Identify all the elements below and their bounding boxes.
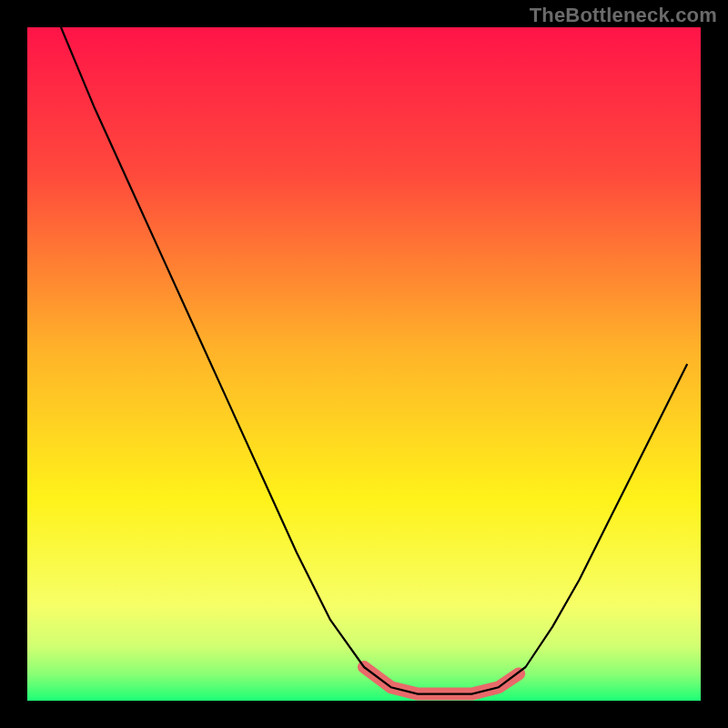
chart-frame: TheBottleneck.com xyxy=(0,0,728,728)
watermark-text: TheBottleneck.com xyxy=(530,4,717,27)
plot-area xyxy=(27,27,701,701)
curve-layer xyxy=(27,27,701,701)
black-curve xyxy=(61,27,687,694)
red-floor-segment xyxy=(364,667,519,694)
